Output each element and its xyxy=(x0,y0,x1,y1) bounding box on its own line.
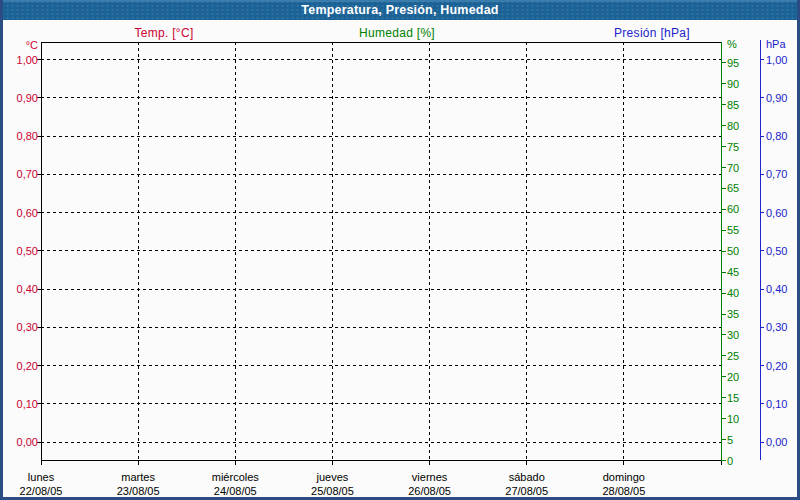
temp-axis-ticks xyxy=(37,60,42,443)
pressure-axis-ticks xyxy=(760,60,764,443)
humidity-axis-ticks xyxy=(721,63,726,461)
weather-chart-window: Temperatura, Presión, Humedad Temp. [°C]… xyxy=(0,0,800,500)
chart-plot-area xyxy=(0,0,800,500)
h-gridlines xyxy=(41,60,721,443)
day-axis-ticks xyxy=(41,461,721,465)
